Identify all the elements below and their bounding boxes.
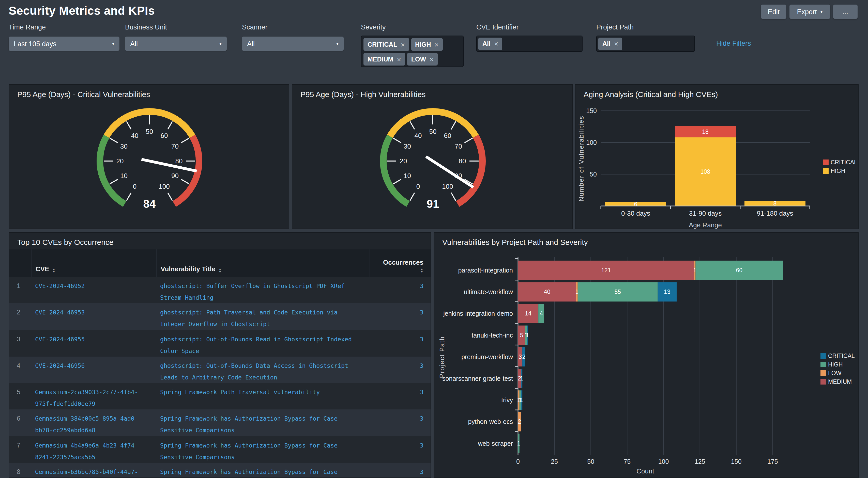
gauge-tick	[110, 138, 118, 143]
gauge-tick-label: 40	[414, 132, 422, 139]
x-tick-label: 175	[767, 458, 778, 465]
vulnerability-title-link[interactable]: ghostscript: Out-of-Bounds Data Access i…	[160, 362, 348, 381]
page-title: Security Metrics and KPIs	[9, 4, 155, 18]
severity-chip-high[interactable]: HIGH×	[411, 38, 443, 51]
category-label: 0-30 days	[621, 209, 650, 217]
legend-item: LOW	[828, 370, 842, 376]
chip-label: MEDIUM	[368, 56, 393, 63]
gauge-tick-label: 20	[400, 157, 407, 165]
cve-link[interactable]: Gemnasium-636bc785-b40f-44a7-9c71-115ec0…	[35, 468, 138, 478]
cve-identifier-chip-all[interactable]: All×	[478, 37, 502, 50]
vulnerability-title-link[interactable]: Spring Framework Path Traversal vulnerab…	[160, 388, 320, 396]
chip-label: All	[483, 40, 491, 47]
gauge-tick-label: 10	[120, 172, 128, 179]
occurrences-value[interactable]: 3	[420, 362, 424, 369]
close-icon[interactable]: ×	[397, 55, 401, 63]
gauge-tick	[465, 138, 472, 143]
project-path-chip-all[interactable]: All×	[598, 37, 622, 50]
scanner-dropdown[interactable]: All ▾	[242, 37, 344, 51]
category-label: 31-90 days	[689, 209, 722, 217]
business-unit-value: All	[130, 40, 138, 47]
project-path-input[interactable]: All×	[596, 36, 695, 52]
bar-value-label: 4	[539, 310, 543, 317]
legend-swatch[interactable]	[820, 370, 826, 376]
legend-swatch[interactable]	[820, 362, 826, 367]
legend-item: CRITICAL	[828, 352, 855, 359]
occurrences-column-header[interactable]: Occurrences ▲▼	[370, 249, 431, 277]
occurrences-value[interactable]: 3	[420, 336, 424, 343]
close-icon[interactable]: ×	[430, 55, 434, 63]
sort-icon[interactable]: ▲▼	[218, 268, 222, 273]
cve-link[interactable]: CVE-2024-46955	[35, 336, 85, 343]
filter-severity: Severity CRITICAL× HIGH× MEDIUM× LOW×	[361, 23, 464, 67]
row-number-header	[9, 249, 31, 277]
x-tick-label: 75	[623, 458, 630, 465]
vulnerability-title-link[interactable]: Spring Framework has Authorization Bypas…	[160, 468, 338, 478]
cve-link[interactable]: CVE-2024-46956	[35, 362, 85, 369]
close-icon[interactable]: ×	[614, 40, 618, 48]
business-unit-dropdown[interactable]: All ▾	[125, 37, 227, 51]
occurrences-value[interactable]: 3	[420, 282, 424, 289]
cve-column-header[interactable]: CVE ▲▼	[31, 249, 156, 277]
cve-link[interactable]: Gemnasium-384c00c5-895a-4ad0-bb78-cc259a…	[35, 415, 138, 434]
severity-chip-critical[interactable]: CRITICAL×	[364, 38, 409, 51]
occurrences-value[interactable]: 3	[420, 415, 424, 422]
filter-label: Scanner	[242, 23, 344, 33]
sort-icon[interactable]: ▲▼	[420, 268, 424, 273]
chevron-down-icon: ▾	[219, 41, 222, 46]
legend-swatch[interactable]	[820, 379, 826, 384]
vulnerability-title-link[interactable]: ghostscript: Out-of-Bounds Read in Ghost…	[160, 336, 352, 354]
cve-link[interactable]: CVE-2024-46952	[35, 282, 85, 289]
gauge-tick-label: 50	[429, 128, 437, 135]
vulnerability-title-link[interactable]: Spring Framework has Authorization Bypas…	[160, 415, 338, 434]
gauge-tick	[451, 193, 456, 201]
occurrences-value[interactable]: 3	[420, 468, 424, 475]
title-column-header[interactable]: Vulnerability Title ▲▼	[156, 249, 370, 277]
y-tick-label: 100	[586, 139, 597, 146]
gauge-tick-label: 50	[146, 128, 153, 135]
legend-swatch[interactable]	[820, 353, 826, 358]
project-path-chart: 0255075100125150175121160parasoft-integr…	[434, 233, 858, 477]
gauge-tick	[168, 193, 172, 201]
vulnerability-title-link[interactable]: ghostscript: Path Traversal and Code Exe…	[160, 309, 338, 328]
filter-cve-identifier: CVE Identifier All×	[476, 23, 583, 52]
export-button-label: Export	[797, 8, 817, 15]
time-range-dropdown[interactable]: Last 105 days ▾	[9, 37, 120, 51]
bar-value-label: 55	[614, 288, 621, 295]
bar-value-label: 1	[520, 397, 523, 403]
legend-swatch[interactable]	[823, 160, 829, 165]
column-label: CVE	[36, 265, 49, 273]
category-label: 91-180 days	[757, 209, 793, 217]
y-axis-label: Project Path	[438, 336, 445, 378]
bar-value-label: 5	[520, 332, 523, 339]
gauge-high-chart: 010203040506070809010091	[292, 85, 572, 229]
close-icon[interactable]: ×	[401, 40, 405, 48]
close-icon[interactable]: ×	[494, 40, 498, 48]
vulnerability-title-link[interactable]: Spring Framework has Authorization Bypas…	[160, 442, 338, 461]
export-button[interactable]: Export ▾	[789, 5, 830, 19]
cve-link[interactable]: CVE-2024-46953	[35, 309, 85, 316]
cve-link[interactable]: Gemnasium-2ca39033-2c77-4fb4-975f-fdef1d…	[35, 388, 138, 407]
severity-multiselect[interactable]: CRITICAL× HIGH× MEDIUM× LOW×	[361, 36, 464, 67]
vulnerability-title-link[interactable]: ghostscript: Buffer Overflow in Ghostscr…	[160, 282, 345, 301]
filter-label: Business Unit	[125, 23, 227, 33]
gauge-tick-label: 80	[459, 157, 466, 165]
occurrences-value[interactable]: 3	[420, 309, 424, 316]
cve-link[interactable]: Gemnasium-4b4a9e6a-4b23-4f74-8241-223575…	[35, 442, 138, 461]
cve-identifier-input[interactable]: All×	[476, 36, 583, 52]
gauge-tick-label: 70	[455, 142, 462, 150]
severity-chip-low[interactable]: LOW×	[407, 53, 438, 66]
chevron-down-icon: ▾	[336, 41, 339, 46]
occurrences-value[interactable]: 3	[420, 388, 424, 396]
legend-swatch[interactable]	[823, 168, 829, 174]
more-button[interactable]: ...	[833, 5, 858, 19]
close-icon[interactable]: ×	[435, 40, 439, 48]
sort-icon[interactable]: ▲▼	[52, 268, 55, 273]
severity-chip-medium[interactable]: MEDIUM×	[364, 53, 405, 66]
gauge-tick-label: 60	[444, 132, 452, 139]
filter-time-range: Time Range Last 105 days ▾	[9, 23, 120, 51]
edit-button[interactable]: Edit	[761, 5, 786, 19]
hide-filters-link[interactable]: Hide Filters	[716, 40, 751, 47]
occurrences-value[interactable]: 3	[420, 442, 424, 449]
table-body: 1CVE-2024-46952ghostscript: Buffer Overf…	[9, 277, 431, 478]
